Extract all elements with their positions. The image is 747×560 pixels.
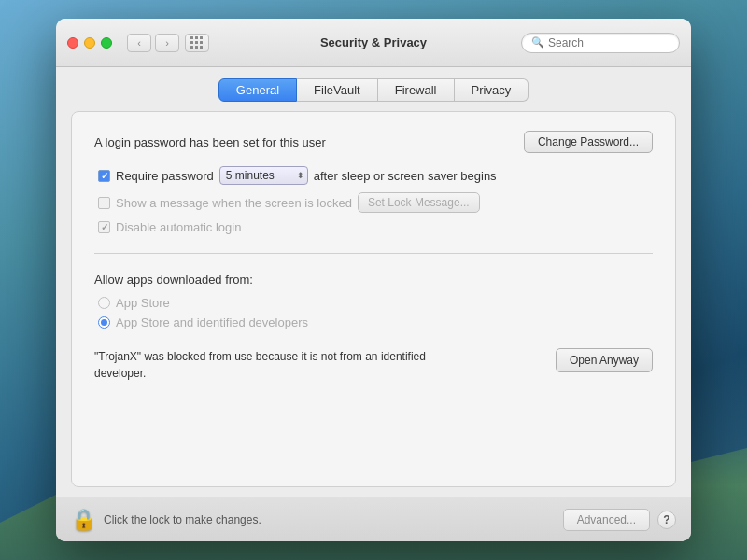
back-button[interactable]: ‹	[127, 34, 151, 52]
require-password-label: Require password	[116, 169, 214, 183]
window-title: Security & Privacy	[320, 35, 427, 49]
radio-appstore[interactable]	[98, 297, 110, 309]
search-box[interactable]: 🔍	[521, 33, 680, 53]
password-row: A login password has been set for this u…	[94, 131, 653, 153]
blocked-row: "TrojanX" was blocked from use because i…	[94, 339, 653, 382]
show-message-row: Show a message when the screen is locked…	[98, 192, 653, 213]
back-icon: ‹	[137, 37, 141, 49]
search-icon: 🔍	[531, 36, 544, 49]
nav-buttons: ‹ ›	[127, 34, 179, 52]
bottom-right: Advanced... ?	[563, 509, 676, 531]
radio-appstore-row: App Store	[98, 296, 653, 310]
tab-general[interactable]: General	[218, 78, 297, 102]
radio-identified-label: App Store and identified developers	[116, 315, 308, 329]
tab-bar: General FileVault Firewall Privacy	[56, 67, 691, 111]
tab-filevault[interactable]: FileVault	[297, 78, 378, 102]
lock-container: 🔒 Click the lock to make changes.	[71, 508, 261, 532]
change-password-button[interactable]: Change Password...	[524, 131, 653, 153]
require-password-row: Require password immediately 5 seconds 1…	[98, 166, 653, 185]
traffic-lights	[67, 37, 112, 49]
show-message-checkbox[interactable]	[98, 197, 110, 209]
radio-identified-row: App Store and identified developers	[98, 315, 653, 329]
blocked-text: "TrojanX" was blocked from use because i…	[94, 348, 449, 382]
main-panel: A login password has been set for this u…	[71, 111, 676, 487]
radio-identified[interactable]	[98, 316, 110, 329]
grid-button[interactable]	[185, 34, 209, 52]
titlebar: ‹ › Security & Privacy 🔍	[56, 19, 691, 67]
disable-autologin-row: Disable automatic login	[98, 220, 653, 234]
minimize-button[interactable]	[84, 37, 95, 49]
divider	[94, 253, 653, 254]
allow-apps-title: Allow apps downloaded from:	[94, 273, 653, 287]
allow-apps-section: Allow apps downloaded from: App Store Ap…	[94, 273, 653, 382]
desktop: ‹ › Security & Privacy 🔍	[0, 0, 747, 560]
forward-icon: ›	[165, 37, 169, 49]
advanced-button[interactable]: Advanced...	[563, 509, 650, 531]
tab-firewall[interactable]: Firewall	[378, 78, 455, 102]
lock-text: Click the lock to make changes.	[104, 513, 261, 526]
lock-icon[interactable]: 🔒	[71, 508, 96, 532]
forward-button[interactable]: ›	[155, 34, 179, 52]
minutes-select[interactable]: immediately 5 seconds 1 minute 5 minutes…	[219, 166, 308, 185]
open-anyway-button[interactable]: Open Anyway	[556, 348, 653, 372]
grid-icon	[190, 36, 204, 49]
login-password-label: A login password has been set for this u…	[94, 135, 326, 149]
maximize-button[interactable]	[101, 37, 112, 49]
close-button[interactable]	[67, 37, 78, 49]
set-lock-message-button[interactable]: Set Lock Message...	[358, 192, 480, 213]
content-area: General FileVault Firewall Privacy A log…	[56, 67, 691, 541]
minutes-select-wrapper: immediately 5 seconds 1 minute 5 minutes…	[219, 166, 308, 185]
radio-appstore-label: App Store	[116, 296, 170, 310]
tab-privacy[interactable]: Privacy	[455, 78, 529, 102]
window: ‹ › Security & Privacy 🔍	[56, 19, 691, 541]
after-sleep-label: after sleep or screen saver begins	[314, 169, 497, 183]
disable-autologin-label: Disable automatic login	[116, 220, 241, 234]
bottom-bar: 🔒 Click the lock to make changes. Advanc…	[56, 497, 691, 541]
search-input[interactable]	[548, 36, 669, 49]
require-password-checkbox[interactable]	[98, 170, 110, 182]
disable-autologin-checkbox[interactable]	[98, 221, 110, 233]
show-message-label: Show a message when the screen is locked	[116, 196, 352, 210]
help-button[interactable]: ?	[657, 511, 676, 529]
